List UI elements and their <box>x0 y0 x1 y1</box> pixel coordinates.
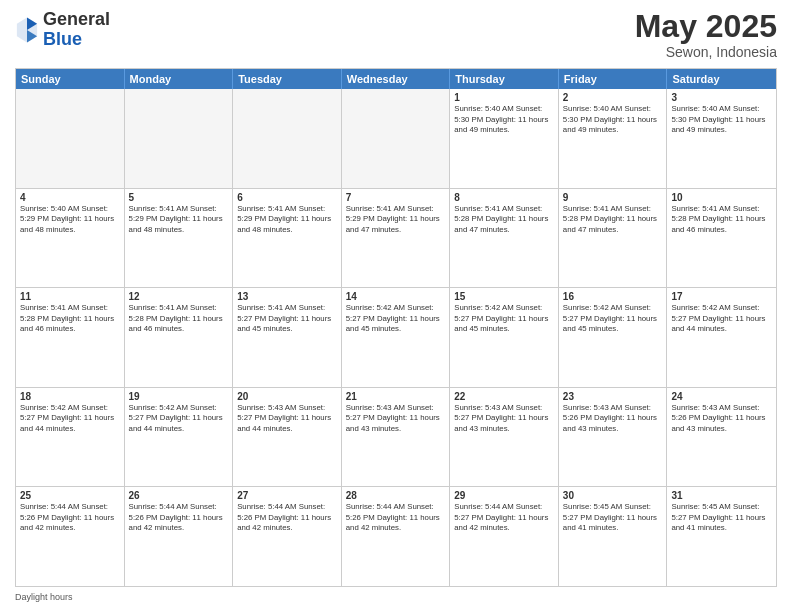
calendar-cell: 18Sunrise: 5:42 AM Sunset: 5:27 PM Dayli… <box>16 388 125 487</box>
calendar-cell: 28Sunrise: 5:44 AM Sunset: 5:26 PM Dayli… <box>342 487 451 586</box>
cell-info: Sunrise: 5:41 AM Sunset: 5:28 PM Dayligh… <box>563 204 663 236</box>
day-number: 26 <box>129 490 229 501</box>
cell-info: Sunrise: 5:42 AM Sunset: 5:27 PM Dayligh… <box>129 403 229 435</box>
calendar-cell <box>125 89 234 188</box>
calendar-row: 1Sunrise: 5:40 AM Sunset: 5:30 PM Daylig… <box>16 89 776 189</box>
logo-icon <box>15 16 39 44</box>
month-title: May 2025 <box>635 10 777 42</box>
title-block: May 2025 Sewon, Indonesia <box>635 10 777 60</box>
cell-info: Sunrise: 5:42 AM Sunset: 5:27 PM Dayligh… <box>454 303 554 335</box>
weekday-header: Thursday <box>450 69 559 89</box>
day-number: 3 <box>671 92 772 103</box>
cell-info: Sunrise: 5:41 AM Sunset: 5:28 PM Dayligh… <box>20 303 120 335</box>
cell-info: Sunrise: 5:40 AM Sunset: 5:30 PM Dayligh… <box>563 104 663 136</box>
cell-info: Sunrise: 5:40 AM Sunset: 5:29 PM Dayligh… <box>20 204 120 236</box>
calendar-body: 1Sunrise: 5:40 AM Sunset: 5:30 PM Daylig… <box>16 89 776 586</box>
cell-info: Sunrise: 5:44 AM Sunset: 5:26 PM Dayligh… <box>129 502 229 534</box>
day-number: 16 <box>563 291 663 302</box>
calendar-cell: 12Sunrise: 5:41 AM Sunset: 5:28 PM Dayli… <box>125 288 234 387</box>
calendar-cell: 26Sunrise: 5:44 AM Sunset: 5:26 PM Dayli… <box>125 487 234 586</box>
header: General Blue May 2025 Sewon, Indonesia <box>15 10 777 60</box>
calendar-row: 4Sunrise: 5:40 AM Sunset: 5:29 PM Daylig… <box>16 189 776 289</box>
calendar-cell: 24Sunrise: 5:43 AM Sunset: 5:26 PM Dayli… <box>667 388 776 487</box>
cell-info: Sunrise: 5:41 AM Sunset: 5:28 PM Dayligh… <box>454 204 554 236</box>
cell-info: Sunrise: 5:42 AM Sunset: 5:27 PM Dayligh… <box>20 403 120 435</box>
calendar-cell: 1Sunrise: 5:40 AM Sunset: 5:30 PM Daylig… <box>450 89 559 188</box>
cell-info: Sunrise: 5:43 AM Sunset: 5:26 PM Dayligh… <box>563 403 663 435</box>
cell-info: Sunrise: 5:42 AM Sunset: 5:27 PM Dayligh… <box>346 303 446 335</box>
weekday-header: Monday <box>125 69 234 89</box>
calendar-cell: 11Sunrise: 5:41 AM Sunset: 5:28 PM Dayli… <box>16 288 125 387</box>
logo-text: General Blue <box>43 10 110 50</box>
day-number: 31 <box>671 490 772 501</box>
calendar-cell: 31Sunrise: 5:45 AM Sunset: 5:27 PM Dayli… <box>667 487 776 586</box>
calendar-cell: 8Sunrise: 5:41 AM Sunset: 5:28 PM Daylig… <box>450 189 559 288</box>
day-number: 23 <box>563 391 663 402</box>
cell-info: Sunrise: 5:41 AM Sunset: 5:28 PM Dayligh… <box>129 303 229 335</box>
day-number: 27 <box>237 490 337 501</box>
cell-info: Sunrise: 5:41 AM Sunset: 5:29 PM Dayligh… <box>129 204 229 236</box>
day-number: 29 <box>454 490 554 501</box>
weekday-header: Saturday <box>667 69 776 89</box>
day-number: 6 <box>237 192 337 203</box>
day-number: 5 <box>129 192 229 203</box>
logo-blue: Blue <box>43 30 110 50</box>
calendar-row: 25Sunrise: 5:44 AM Sunset: 5:26 PM Dayli… <box>16 487 776 586</box>
day-number: 10 <box>671 192 772 203</box>
day-number: 19 <box>129 391 229 402</box>
calendar-row: 18Sunrise: 5:42 AM Sunset: 5:27 PM Dayli… <box>16 388 776 488</box>
day-number: 2 <box>563 92 663 103</box>
cell-info: Sunrise: 5:44 AM Sunset: 5:26 PM Dayligh… <box>20 502 120 534</box>
day-number: 11 <box>20 291 120 302</box>
calendar-cell: 19Sunrise: 5:42 AM Sunset: 5:27 PM Dayli… <box>125 388 234 487</box>
calendar-cell: 25Sunrise: 5:44 AM Sunset: 5:26 PM Dayli… <box>16 487 125 586</box>
cell-info: Sunrise: 5:40 AM Sunset: 5:30 PM Dayligh… <box>454 104 554 136</box>
cell-info: Sunrise: 5:41 AM Sunset: 5:27 PM Dayligh… <box>237 303 337 335</box>
weekday-header: Friday <box>559 69 668 89</box>
calendar-cell: 5Sunrise: 5:41 AM Sunset: 5:29 PM Daylig… <box>125 189 234 288</box>
cell-info: Sunrise: 5:41 AM Sunset: 5:28 PM Dayligh… <box>671 204 772 236</box>
day-number: 18 <box>20 391 120 402</box>
calendar-cell: 3Sunrise: 5:40 AM Sunset: 5:30 PM Daylig… <box>667 89 776 188</box>
day-number: 8 <box>454 192 554 203</box>
day-number: 24 <box>671 391 772 402</box>
weekday-header: Tuesday <box>233 69 342 89</box>
day-number: 7 <box>346 192 446 203</box>
cell-info: Sunrise: 5:42 AM Sunset: 5:27 PM Dayligh… <box>671 303 772 335</box>
calendar-cell: 15Sunrise: 5:42 AM Sunset: 5:27 PM Dayli… <box>450 288 559 387</box>
weekday-header: Sunday <box>16 69 125 89</box>
logo-general: General <box>43 10 110 30</box>
day-number: 20 <box>237 391 337 402</box>
cell-info: Sunrise: 5:43 AM Sunset: 5:27 PM Dayligh… <box>346 403 446 435</box>
cell-info: Sunrise: 5:44 AM Sunset: 5:26 PM Dayligh… <box>237 502 337 534</box>
day-number: 9 <box>563 192 663 203</box>
calendar-cell: 10Sunrise: 5:41 AM Sunset: 5:28 PM Dayli… <box>667 189 776 288</box>
day-number: 22 <box>454 391 554 402</box>
calendar-cell: 22Sunrise: 5:43 AM Sunset: 5:27 PM Dayli… <box>450 388 559 487</box>
calendar-cell <box>233 89 342 188</box>
cell-info: Sunrise: 5:45 AM Sunset: 5:27 PM Dayligh… <box>563 502 663 534</box>
footer-text: Daylight hours <box>15 592 73 602</box>
calendar-cell: 16Sunrise: 5:42 AM Sunset: 5:27 PM Dayli… <box>559 288 668 387</box>
day-number: 12 <box>129 291 229 302</box>
calendar-row: 11Sunrise: 5:41 AM Sunset: 5:28 PM Dayli… <box>16 288 776 388</box>
day-number: 4 <box>20 192 120 203</box>
day-number: 25 <box>20 490 120 501</box>
day-number: 14 <box>346 291 446 302</box>
day-number: 17 <box>671 291 772 302</box>
calendar-cell: 9Sunrise: 5:41 AM Sunset: 5:28 PM Daylig… <box>559 189 668 288</box>
day-number: 13 <box>237 291 337 302</box>
calendar-cell: 21Sunrise: 5:43 AM Sunset: 5:27 PM Dayli… <box>342 388 451 487</box>
cell-info: Sunrise: 5:43 AM Sunset: 5:26 PM Dayligh… <box>671 403 772 435</box>
calendar-cell: 29Sunrise: 5:44 AM Sunset: 5:27 PM Dayli… <box>450 487 559 586</box>
calendar: SundayMondayTuesdayWednesdayThursdayFrid… <box>15 68 777 587</box>
cell-info: Sunrise: 5:41 AM Sunset: 5:29 PM Dayligh… <box>237 204 337 236</box>
day-number: 30 <box>563 490 663 501</box>
day-number: 15 <box>454 291 554 302</box>
cell-info: Sunrise: 5:44 AM Sunset: 5:26 PM Dayligh… <box>346 502 446 534</box>
calendar-cell: 13Sunrise: 5:41 AM Sunset: 5:27 PM Dayli… <box>233 288 342 387</box>
cell-info: Sunrise: 5:43 AM Sunset: 5:27 PM Dayligh… <box>237 403 337 435</box>
calendar-cell <box>342 89 451 188</box>
footer: Daylight hours <box>15 592 777 602</box>
calendar-cell: 14Sunrise: 5:42 AM Sunset: 5:27 PM Dayli… <box>342 288 451 387</box>
